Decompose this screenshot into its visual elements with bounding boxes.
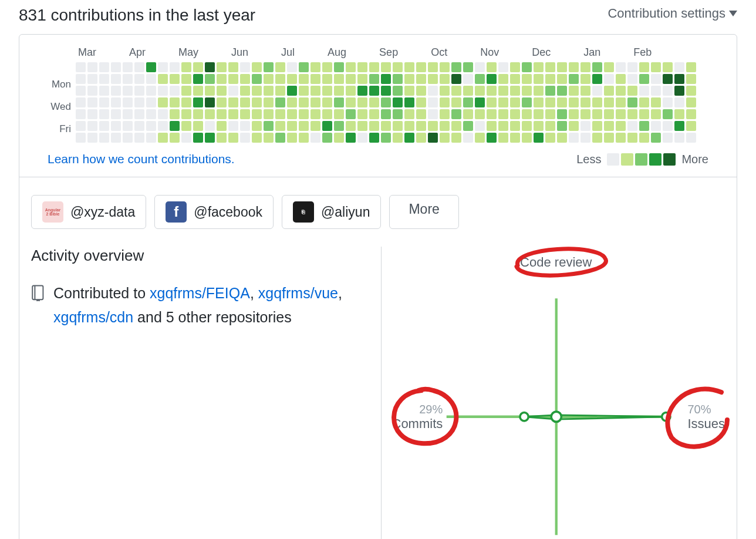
contribution-cell[interactable] xyxy=(217,109,227,119)
contribution-cell[interactable] xyxy=(299,121,309,131)
contribution-cell[interactable] xyxy=(580,74,590,84)
contribution-cell[interactable] xyxy=(264,86,274,96)
contribution-cell[interactable] xyxy=(299,74,309,84)
contribution-cell[interactable] xyxy=(592,74,602,84)
contribution-cell[interactable] xyxy=(99,74,109,84)
contribution-cell[interactable] xyxy=(580,86,590,96)
contribution-cell[interactable] xyxy=(193,62,203,72)
contribution-cell[interactable] xyxy=(193,133,203,143)
contribution-cell[interactable] xyxy=(87,86,97,96)
contribution-cell[interactable] xyxy=(463,109,473,119)
contribution-cell[interactable] xyxy=(592,121,602,131)
contribution-cell[interactable] xyxy=(674,86,684,96)
contribution-cell[interactable] xyxy=(287,86,297,96)
contribution-cell[interactable] xyxy=(205,133,215,143)
repo-link[interactable]: xgqfrms/FEIQA xyxy=(150,285,250,301)
contribution-cell[interactable] xyxy=(510,133,520,143)
contribution-cell[interactable] xyxy=(627,74,637,84)
contribution-cell[interactable] xyxy=(76,121,86,131)
contribution-cell[interactable] xyxy=(428,86,438,96)
contribution-cell[interactable] xyxy=(522,109,532,119)
contribution-cell[interactable] xyxy=(158,74,168,84)
contribution-cell[interactable] xyxy=(569,133,579,143)
contribution-cell[interactable] xyxy=(334,62,344,72)
contribution-cell[interactable] xyxy=(357,133,367,143)
contribution-cell[interactable] xyxy=(252,62,262,72)
contribution-cell[interactable] xyxy=(87,109,97,119)
contribution-cell[interactable] xyxy=(592,133,602,143)
contribution-cell[interactable] xyxy=(123,74,133,84)
contribution-cell[interactable] xyxy=(416,86,426,96)
contribution-cell[interactable] xyxy=(346,121,356,131)
contribution-cell[interactable] xyxy=(228,97,238,107)
contribution-cell[interactable] xyxy=(123,109,133,119)
contribution-cell[interactable] xyxy=(264,97,274,107)
contribution-cell[interactable] xyxy=(299,133,309,143)
contribution-cell[interactable] xyxy=(146,74,156,84)
contribution-cell[interactable] xyxy=(170,109,180,119)
contribution-cell[interactable] xyxy=(545,97,555,107)
contribution-cell[interactable] xyxy=(557,74,567,84)
contribution-cell[interactable] xyxy=(663,133,673,143)
contribution-cell[interactable] xyxy=(651,86,661,96)
contribution-cell[interactable] xyxy=(158,62,168,72)
contribution-cell[interactable] xyxy=(534,97,544,107)
contribution-cell[interactable] xyxy=(287,109,297,119)
contribution-cell[interactable] xyxy=(381,121,391,131)
contribution-cell[interactable] xyxy=(87,133,97,143)
contribution-cell[interactable] xyxy=(170,74,180,84)
contribution-cell[interactable] xyxy=(627,97,637,107)
contribution-cell[interactable] xyxy=(404,121,414,131)
contribution-cell[interactable] xyxy=(686,121,696,131)
contribution-cell[interactable] xyxy=(310,121,320,131)
contribution-cell[interactable] xyxy=(616,133,626,143)
contribution-cell[interactable] xyxy=(299,97,309,107)
contribution-cell[interactable] xyxy=(498,62,508,72)
contribution-cell[interactable] xyxy=(146,109,156,119)
contribution-cell[interactable] xyxy=(357,109,367,119)
contribution-cell[interactable] xyxy=(616,97,626,107)
contribution-cell[interactable] xyxy=(475,121,485,131)
contribution-cell[interactable] xyxy=(510,121,520,131)
contribution-cell[interactable] xyxy=(498,97,508,107)
contribution-cell[interactable] xyxy=(87,74,97,84)
contribution-cell[interactable] xyxy=(381,86,391,96)
contribution-cell[interactable] xyxy=(217,86,227,96)
contribution-cell[interactable] xyxy=(181,86,191,96)
contribution-cell[interactable] xyxy=(205,109,215,119)
contribution-cell[interactable] xyxy=(99,97,109,107)
contribution-cell[interactable] xyxy=(99,109,109,119)
contribution-cell[interactable] xyxy=(346,74,356,84)
contribution-cell[interactable] xyxy=(440,86,450,96)
contribution-cell[interactable] xyxy=(416,62,426,72)
contribution-cell[interactable] xyxy=(604,133,614,143)
contribution-cell[interactable] xyxy=(616,74,626,84)
contribution-cell[interactable] xyxy=(487,62,497,72)
contribution-cell[interactable] xyxy=(381,133,391,143)
contribution-cell[interactable] xyxy=(604,121,614,131)
contribution-cell[interactable] xyxy=(545,62,555,72)
contribution-cell[interactable] xyxy=(569,121,579,131)
contribution-cell[interactable] xyxy=(111,86,121,96)
contribution-cell[interactable] xyxy=(123,133,133,143)
repo-link[interactable]: xgqfrms/vue xyxy=(258,285,338,301)
contribution-cell[interactable] xyxy=(663,109,673,119)
contribution-cell[interactable] xyxy=(545,74,555,84)
contribution-cell[interactable] xyxy=(170,133,180,143)
contribution-cell[interactable] xyxy=(240,133,250,143)
contribution-cell[interactable] xyxy=(193,74,203,84)
contribution-cell[interactable] xyxy=(322,86,332,96)
contribution-cell[interactable] xyxy=(275,97,285,107)
org-pill-xyz-data[interactable]: Angular2 Bible@xyz-data xyxy=(31,195,146,229)
contribution-cell[interactable] xyxy=(334,109,344,119)
contribution-cell[interactable] xyxy=(686,62,696,72)
contribution-cell[interactable] xyxy=(404,109,414,119)
contribution-cell[interactable] xyxy=(627,62,637,72)
contribution-cell[interactable] xyxy=(404,86,414,96)
contribution-cell[interactable] xyxy=(639,97,649,107)
contribution-cell[interactable] xyxy=(487,109,497,119)
contribution-cell[interactable] xyxy=(545,86,555,96)
contribution-cell[interactable] xyxy=(299,109,309,119)
contribution-cell[interactable] xyxy=(604,62,614,72)
contribution-cell[interactable] xyxy=(76,86,86,96)
